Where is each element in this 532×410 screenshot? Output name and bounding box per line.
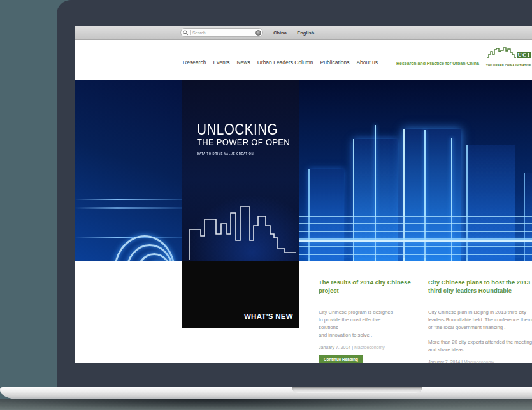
language-separator: · xyxy=(291,31,292,35)
article-card: City Chinese plans to host the 2013 thir… xyxy=(428,279,532,363)
article-date: January 7, 2014 xyxy=(319,345,350,349)
article-excerpt: City Chinese plan in Beijing in 2013 thi… xyxy=(428,309,532,332)
search-button-icon[interactable] xyxy=(255,30,261,36)
search-icon xyxy=(183,30,189,36)
meta-separator: | xyxy=(352,345,353,349)
light-streak xyxy=(75,207,182,209)
hero-title-line2: THE POWER OF OPEN xyxy=(197,137,290,148)
continue-reading-button[interactable]: Continue Reading xyxy=(319,355,363,363)
light-trail-bright xyxy=(299,240,532,242)
article-category-link[interactable]: Macroeconomy xyxy=(464,360,494,363)
light-streak xyxy=(75,199,182,200)
uci-logo-name: THE URBAN CHINA INITIATIVE xyxy=(486,64,532,67)
hero-title-block: UNLOCKING THE POWER OF OPEN DATA TO DRIV… xyxy=(197,122,290,156)
laptop-mockup: China · English Research Events News Urb… xyxy=(0,0,532,410)
article-date: January 7, 2014 xyxy=(428,360,460,363)
search-bar[interactable] xyxy=(180,28,263,37)
nav-item-news[interactable]: News xyxy=(236,59,250,66)
browser-chrome-bar: China · English xyxy=(75,26,532,40)
laptop-shadow xyxy=(0,399,532,410)
search-dotted-line xyxy=(219,31,253,34)
laptop-screen: China · English Research Events News Urb… xyxy=(75,26,532,363)
article-title-link[interactable]: City Chinese plans to host the 2013 thir… xyxy=(428,279,532,295)
light-trails xyxy=(299,216,532,258)
laptop-lid-notch xyxy=(292,387,422,393)
search-input[interactable] xyxy=(192,31,219,35)
article-meta: January 7, 2014 | Macroeconomy xyxy=(319,345,417,349)
meta-separator: | xyxy=(461,360,463,363)
city-skyline-outline-icon xyxy=(185,204,296,260)
article-meta: January 7, 2014 | Macroeconomy xyxy=(428,360,532,363)
nav-item-publications[interactable]: Publications xyxy=(320,59,350,66)
uci-logo-acronym: UCI xyxy=(517,52,530,58)
search-divider xyxy=(190,30,191,35)
language-english[interactable]: English xyxy=(297,30,314,36)
neon-rings-icon xyxy=(114,224,182,261)
uci-logo[interactable]: UCI THE URBAN CHINA INITIATIVE xyxy=(486,47,532,67)
hero-banner xyxy=(75,80,532,261)
hero-center-panel: UNLOCKING THE POWER OF OPEN DATA TO DRIV… xyxy=(182,80,299,328)
article-excerpt: City Chinese program is designed to prov… xyxy=(319,309,417,339)
main-navigation: Research Events News Urban Leaders Colum… xyxy=(183,59,378,66)
language-switcher: China · English xyxy=(273,26,314,40)
article-excerpt-2: More than 20 city experts attended the m… xyxy=(428,339,532,354)
hero-title-line1: UNLOCKING xyxy=(197,122,290,137)
hero-message-panel: UNLOCKING THE POWER OF OPEN DATA TO DRIV… xyxy=(182,80,299,261)
article-card: The results of 2014 city Chinese project… xyxy=(319,279,417,363)
nav-item-research[interactable]: Research xyxy=(183,59,206,66)
hero-subtitle: DATA TO DRIVE VALUE CREATION xyxy=(197,152,290,156)
laptop-base xyxy=(0,387,532,399)
site-tagline: Research and Practice for Urban China xyxy=(396,61,479,66)
hero-city-image-right xyxy=(299,80,532,261)
uci-logo-skyline-icon: UCI xyxy=(486,47,532,61)
nav-item-urban-leaders-column[interactable]: Urban Leaders Column xyxy=(257,59,313,66)
nav-item-about-us[interactable]: About us xyxy=(356,59,378,66)
language-china[interactable]: China xyxy=(273,30,287,36)
article-category-link[interactable]: Macroeconomy xyxy=(354,345,385,349)
hero-city-image-left xyxy=(75,80,182,261)
nav-item-events[interactable]: Events xyxy=(213,59,229,66)
whats-new-panel: WHAT'S NEW xyxy=(182,261,299,328)
article-title-link[interactable]: The results of 2014 city Chinese project xyxy=(319,279,417,295)
whats-new-label: WHAT'S NEW xyxy=(244,312,293,320)
